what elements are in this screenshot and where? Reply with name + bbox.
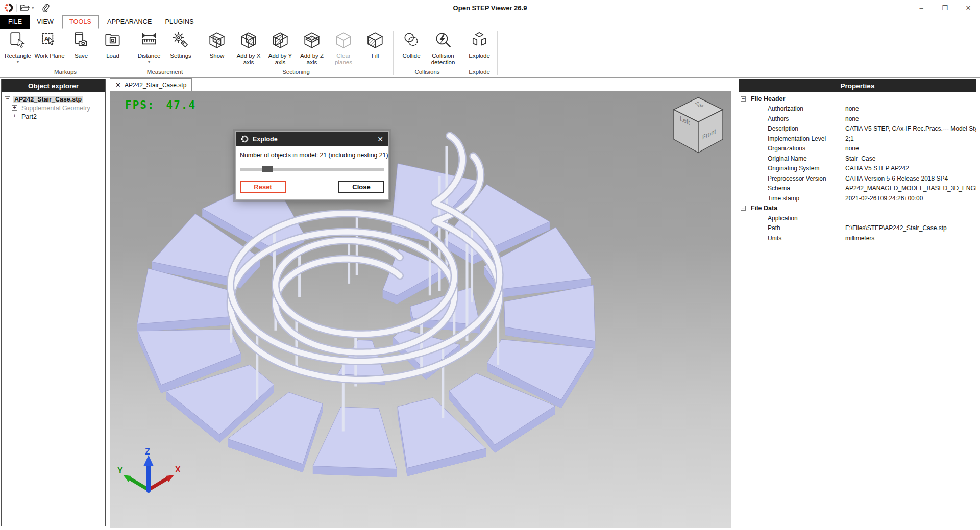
titlebar: ▾ Open STEP Viewer 26.9 – ❐ ✕ bbox=[0, 0, 980, 16]
minimize-button[interactable]: – bbox=[910, 0, 933, 15]
document-tab[interactable]: ✕ AP242_Stair_Case.stp bbox=[110, 78, 192, 91]
close-button[interactable]: ✕ bbox=[957, 0, 980, 15]
axis-x-label: X bbox=[175, 465, 181, 474]
ribbon-group-label: Measurement bbox=[147, 68, 183, 77]
menu-tab-view[interactable]: VIEW bbox=[30, 15, 60, 29]
ribbon: Rectangle▾AWork PlaneSaveLoadMarkupsDist… bbox=[0, 29, 980, 78]
measure-settings-icon bbox=[172, 31, 190, 52]
section-x-icon bbox=[239, 31, 258, 52]
save-button[interactable]: Save bbox=[65, 29, 97, 59]
ribbon-button-label: Work Plane bbox=[34, 53, 64, 59]
property-row[interactable]: Implementation Level2;1 bbox=[739, 134, 976, 144]
dialog-title: Explode bbox=[253, 136, 373, 143]
close-dialog-button[interactable]: Close bbox=[338, 181, 384, 193]
section-show-icon bbox=[208, 31, 226, 52]
property-section-label: File Data bbox=[751, 205, 777, 212]
section-expander-icon[interactable]: − bbox=[741, 206, 746, 211]
add-by-x-axis-button[interactable]: Add by X axis bbox=[233, 29, 264, 66]
property-label: Path bbox=[739, 224, 845, 232]
tree-expander-icon[interactable]: + bbox=[12, 105, 17, 111]
object-count-message: Number of objects in model: 21 (includin… bbox=[240, 152, 384, 159]
load-markup-icon bbox=[104, 31, 122, 52]
explode-dialog-titlebar[interactable]: Explode ✕ bbox=[236, 132, 388, 146]
axis-y-label: Y bbox=[117, 466, 123, 475]
property-label: Organizations bbox=[739, 145, 845, 152]
section-z-icon bbox=[303, 31, 321, 52]
collide-button[interactable]: Collide bbox=[396, 29, 427, 59]
tab-close-icon[interactable]: ✕ bbox=[115, 81, 121, 89]
reset-button[interactable]: Reset bbox=[240, 181, 286, 193]
dropdown-caret-icon: ▾ bbox=[17, 60, 19, 64]
rectangle-select-icon bbox=[9, 31, 27, 52]
tree-item-supplemental-geometry[interactable]: +Supplemental Geometry bbox=[3, 104, 104, 112]
distance-button[interactable]: Distance▾ bbox=[133, 29, 165, 64]
fps-counter: FPS: 47.4 bbox=[125, 99, 196, 111]
attachment-icon[interactable] bbox=[41, 3, 50, 12]
dialog-logo-icon bbox=[241, 135, 249, 143]
property-row[interactable]: Original NameStair_Case bbox=[739, 154, 976, 164]
viewport-3d[interactable]: FPS: 47.4 Top Left Front Z Y X bbox=[110, 91, 731, 528]
tree-item-label[interactable]: Supplemental Geometry bbox=[20, 105, 92, 112]
settings-button[interactable]: Settings bbox=[165, 29, 197, 59]
ribbon-button-label: Add by X axis bbox=[233, 53, 264, 66]
ribbon-button-label: Show bbox=[210, 53, 225, 59]
property-row[interactable]: Originating SystemCATIA V5 STEP AP242 bbox=[739, 164, 976, 174]
property-row[interactable]: Preprocessor VersionCATIA Version 5-6 Re… bbox=[739, 173, 976, 184]
clear-planes-button[interactable]: Clear planes bbox=[328, 29, 359, 66]
ribbon-button-label: Explode bbox=[469, 53, 490, 59]
property-row[interactable]: PathF:\Files\STEP\AP242_Stair_Case.stp bbox=[739, 223, 976, 234]
open-file-button[interactable] bbox=[20, 4, 30, 12]
property-section-file-header[interactable]: −File Header bbox=[739, 94, 976, 104]
explode-slider-thumb[interactable] bbox=[262, 166, 273, 172]
rectangle-button[interactable]: Rectangle▾ bbox=[2, 29, 34, 64]
section-expander-icon[interactable]: − bbox=[741, 96, 746, 102]
ribbon-group-label: Explode bbox=[469, 68, 490, 77]
property-row[interactable]: Application bbox=[739, 213, 976, 223]
tree-expander-icon[interactable]: − bbox=[5, 96, 10, 102]
tree-expander-icon[interactable]: + bbox=[12, 114, 17, 119]
property-row[interactable]: Organizationsnone bbox=[739, 144, 976, 154]
tree-item-ap242-stair-case-stp[interactable]: −AP242_Stair_Case.stp bbox=[3, 95, 104, 104]
ribbon-button-row: ShowAdd by X axisAdd by Y axisAdd by Z a… bbox=[201, 29, 391, 68]
tree-item-label[interactable]: AP242_Stair_Case.stp bbox=[13, 96, 83, 103]
add-by-y-axis-button[interactable]: Add by Y axis bbox=[264, 29, 296, 66]
object-explorer-panel: Object explorer −AP242_Stair_Case.stp+Su… bbox=[1, 79, 106, 526]
menu-tab-file[interactable]: FILE bbox=[0, 15, 30, 29]
document-tab-bar: ✕ AP242_Stair_Case.stp bbox=[110, 78, 731, 91]
tree-item-label[interactable]: Part2 bbox=[20, 113, 38, 120]
ribbon-group-markups: Rectangle▾AWork PlaneSaveLoadMarkups bbox=[0, 29, 131, 77]
add-by-z-axis-button[interactable]: Add by Z axis bbox=[296, 29, 328, 66]
property-row[interactable]: SchemaAP242_MANAGED_MODEL_BASED_3D_ENGIN… bbox=[739, 184, 976, 194]
ribbon-button-label: Load bbox=[106, 53, 119, 59]
load-button[interactable]: Load bbox=[97, 29, 129, 59]
ribbon-group-sectioning: ShowAdd by X axisAdd by Y axisAdd by Z a… bbox=[199, 29, 393, 77]
restore-button[interactable]: ❐ bbox=[933, 0, 957, 15]
property-row[interactable]: Authorizationnone bbox=[739, 104, 976, 114]
work-plane-button[interactable]: AWork Plane bbox=[34, 29, 65, 59]
navigation-cube[interactable]: Top Left Front bbox=[670, 96, 727, 155]
tree-item-part2[interactable]: +Part2 bbox=[3, 112, 104, 121]
dialog-close-icon[interactable]: ✕ bbox=[377, 135, 383, 143]
property-row[interactable]: Time stamp2021-02-26T09:24:26+00:00 bbox=[739, 193, 976, 204]
property-section-file-data[interactable]: −File Data bbox=[739, 204, 976, 214]
property-row[interactable]: Authorsnone bbox=[739, 114, 976, 124]
ribbon-button-label: Clear planes bbox=[328, 53, 359, 66]
menu-tab-appearance[interactable]: APPEARANCE bbox=[101, 15, 158, 29]
open-file-caret-icon[interactable]: ▾ bbox=[32, 5, 34, 10]
property-label: Original Name bbox=[739, 155, 845, 162]
property-row[interactable]: Unitsmillimeters bbox=[739, 233, 976, 243]
menu-tab-tools[interactable]: TOOLS bbox=[62, 15, 99, 29]
collision-detection-icon bbox=[434, 31, 452, 52]
explode-dialog: Explode ✕ Number of objects in model: 21… bbox=[236, 132, 388, 199]
stair-case-model[interactable] bbox=[110, 91, 731, 528]
show-button[interactable]: Show bbox=[201, 29, 233, 59]
property-value: millimeters bbox=[845, 235, 976, 242]
property-row[interactable]: DescriptionCATIA V5 STEP, CAx-IF Rec.Pra… bbox=[739, 124, 976, 134]
menu-tab-plugins[interactable]: PLUGINS bbox=[159, 15, 201, 29]
property-value: none bbox=[845, 145, 976, 152]
explode-slider[interactable] bbox=[240, 166, 384, 172]
explode-button[interactable]: Explode bbox=[463, 29, 495, 59]
collision-detection-button[interactable]: Collision detection bbox=[427, 29, 459, 66]
fill-button[interactable]: Fill bbox=[359, 29, 391, 59]
axis-z-label: Z bbox=[145, 448, 150, 456]
